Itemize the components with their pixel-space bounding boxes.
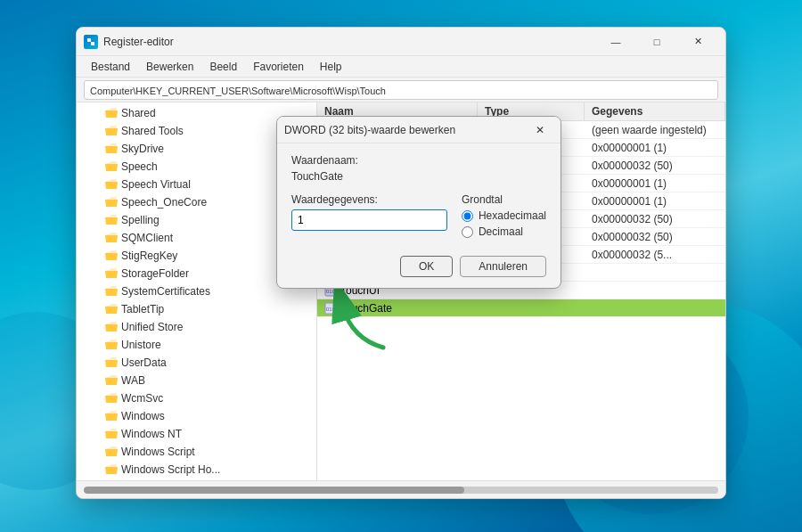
minimize-button[interactable]: — bbox=[595, 28, 636, 56]
folder-icon bbox=[105, 411, 118, 422]
radio-dec-option[interactable]: Decimaal bbox=[462, 225, 546, 238]
tree-label: Shared bbox=[121, 107, 156, 119]
tree-arrow bbox=[94, 375, 105, 386]
svg-rect-0 bbox=[87, 38, 91, 42]
tree-label: UserData bbox=[121, 356, 167, 369]
folder-icon bbox=[105, 215, 118, 225]
tree-item-unistore[interactable]: Unistore bbox=[77, 336, 316, 354]
tree-label: Speech_OneCore bbox=[121, 196, 207, 209]
tree-arrow bbox=[94, 197, 105, 208]
folder-icon bbox=[105, 286, 118, 297]
radio-hex-label: Hexadecimaal bbox=[479, 209, 546, 222]
tree-label: Windows Script bbox=[121, 446, 195, 458]
tree-item-windows-nt[interactable]: Windows NT bbox=[77, 425, 316, 443]
folder-icon bbox=[105, 446, 118, 457]
tree-arrow bbox=[94, 304, 105, 315]
value-data-input[interactable] bbox=[291, 209, 447, 231]
folder-icon bbox=[105, 179, 118, 190]
folder-icon bbox=[105, 143, 118, 154]
tree-label: Windows bbox=[121, 410, 165, 422]
tree-arrow bbox=[94, 215, 105, 225]
radio-section: Grondtal Hexadecimaal Decimaal bbox=[462, 193, 546, 241]
folder-icon bbox=[105, 126, 118, 136]
cancel-button[interactable]: Annuleren bbox=[460, 256, 546, 277]
value-data bbox=[585, 307, 725, 310]
menu-bestand[interactable]: Bestand bbox=[84, 59, 137, 75]
radio-dec[interactable] bbox=[462, 226, 473, 238]
dialog-buttons: OK Annuleren bbox=[291, 256, 546, 277]
dialog-body: Waardenaam: TouchGate Waardegegevens: Gr… bbox=[277, 143, 561, 288]
tree-item-userdata[interactable]: UserData bbox=[77, 354, 316, 372]
tree-arrow bbox=[94, 233, 105, 243]
menu-bewerken[interactable]: Bewerken bbox=[139, 59, 200, 75]
tree-arrow bbox=[94, 108, 105, 119]
tree-label: StigRegKey bbox=[121, 250, 177, 262]
address-path[interactable]: Computer\HKEY_CURRENT_USER\Software\Micr… bbox=[84, 80, 718, 100]
value-data: 0x00000032 (50) bbox=[585, 211, 725, 227]
folder-icon bbox=[105, 161, 118, 172]
tree-label: WAB bbox=[121, 374, 145, 387]
tree-item-windows[interactable]: Windows bbox=[77, 407, 316, 425]
value-data bbox=[585, 289, 725, 292]
tree-arrow bbox=[94, 250, 105, 261]
close-button[interactable]: ✕ bbox=[677, 28, 718, 56]
title-bar: Register-editor — □ ✕ bbox=[77, 28, 725, 56]
radio-dec-label: Decimaal bbox=[479, 225, 523, 238]
folder-icon bbox=[105, 464, 118, 475]
tree-item-tablettip[interactable]: TabletTip bbox=[77, 300, 316, 318]
folder-icon bbox=[105, 429, 118, 439]
tree-item-wcmsvc[interactable]: WcmSvc bbox=[77, 389, 316, 407]
value-name-value: TouchGate bbox=[291, 170, 546, 183]
dialog-close-button[interactable]: ✕ bbox=[527, 117, 553, 143]
value-data: 0x00000032 (50) bbox=[585, 229, 725, 245]
tree-item-windows-script-ho[interactable]: Windows Script Ho... bbox=[77, 461, 316, 479]
window-controls: — □ ✕ bbox=[595, 28, 718, 56]
folder-icon bbox=[105, 197, 118, 208]
svg-text:010: 010 bbox=[326, 289, 336, 294]
tree-label: Unified Store bbox=[121, 321, 183, 333]
value-row-touchgate[interactable]: 010 TouchGate bbox=[317, 299, 725, 317]
tree-item-wab[interactable]: WAB bbox=[77, 372, 316, 389]
tree-label: TabletTip bbox=[121, 303, 164, 315]
input-section: Waardegegevens: bbox=[291, 193, 447, 231]
tree-label: Spelling bbox=[121, 214, 160, 226]
menu-help[interactable]: Help bbox=[313, 59, 349, 75]
value-type bbox=[478, 307, 585, 310]
dword-edit-dialog[interactable]: DWORD (32 bits)-waarde bewerken ✕ Waarde… bbox=[276, 116, 561, 289]
radio-hex-option[interactable]: Hexadecimaal bbox=[462, 209, 546, 222]
folder-icon bbox=[105, 375, 118, 386]
tree-item-windows-script[interactable]: Windows Script bbox=[77, 443, 316, 461]
menu-beeld[interactable]: Beeld bbox=[202, 59, 244, 75]
window-title: Register-editor bbox=[103, 36, 595, 48]
maximize-button[interactable]: □ bbox=[636, 28, 677, 56]
tree-arrow bbox=[94, 393, 105, 404]
value-data: 0x00000032 (5... bbox=[585, 247, 725, 263]
tree-item-unified-store[interactable]: Unified Store bbox=[77, 318, 316, 336]
tree-label: SystemCertificates bbox=[121, 285, 210, 298]
value-data: 0x00000001 (1) bbox=[585, 176, 725, 192]
menu-favorieten[interactable]: Favorieten bbox=[246, 59, 311, 75]
tree-label: StorageFolder bbox=[121, 267, 189, 280]
status-bar bbox=[77, 480, 725, 498]
folder-icon bbox=[105, 250, 118, 261]
address-bar: Computer\HKEY_CURRENT_USER\Software\Micr… bbox=[77, 78, 725, 102]
tree-label: Windows NT bbox=[121, 428, 182, 440]
scroll-indicator bbox=[84, 487, 718, 494]
folder-icon bbox=[105, 233, 118, 243]
radio-hex[interactable] bbox=[462, 210, 473, 222]
svg-text:010: 010 bbox=[326, 307, 336, 312]
tree-arrow bbox=[94, 411, 105, 422]
ok-button[interactable]: OK bbox=[400, 256, 453, 277]
value-data: 0x00000001 (1) bbox=[585, 193, 725, 209]
tree-label: Speech bbox=[121, 160, 158, 173]
tree-arrow bbox=[94, 322, 105, 332]
folder-icon bbox=[105, 393, 118, 404]
value-data-label: Waardegegevens: bbox=[291, 193, 447, 206]
scroll-thumb bbox=[84, 487, 464, 494]
tree-label: Shared Tools bbox=[121, 125, 184, 137]
tree-arrow bbox=[94, 268, 105, 279]
tree-arrow bbox=[94, 286, 105, 297]
folder-icon bbox=[105, 357, 118, 368]
tree-arrow bbox=[94, 429, 105, 439]
value-name: 010 TouchGate bbox=[317, 300, 478, 316]
